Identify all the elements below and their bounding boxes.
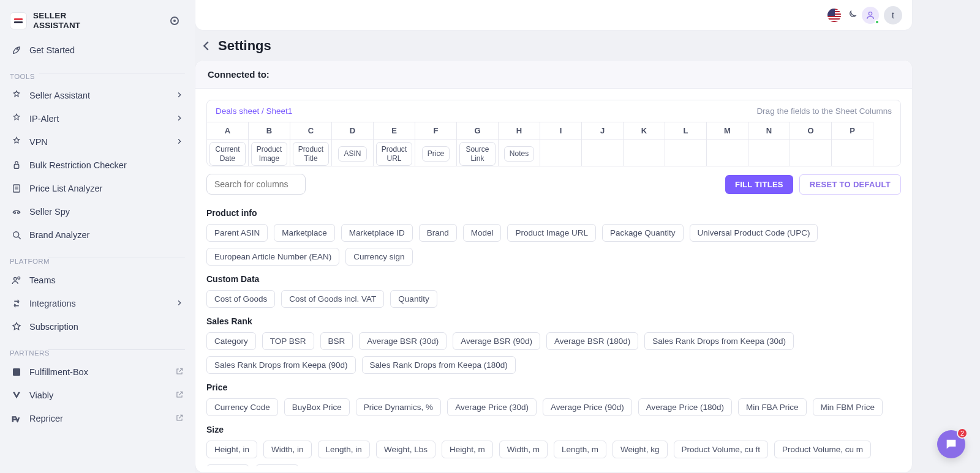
field-tag[interactable]: Sales Rank Drops from Keepa (180d) bbox=[362, 356, 516, 374]
field-tag[interactable]: Height, in bbox=[206, 441, 257, 458]
field-tag[interactable]: Marketplace bbox=[274, 224, 335, 242]
field-tag[interactable]: Category bbox=[206, 332, 256, 350]
account-icon[interactable] bbox=[862, 7, 879, 24]
sidebar-item-viably[interactable]: Viably bbox=[0, 384, 195, 407]
brand[interactable]: SELLER ASSISTANT bbox=[0, 6, 195, 39]
column-chip[interactable]: Current Date bbox=[209, 142, 246, 166]
sidebar-item-integrations[interactable]: Integrations bbox=[0, 292, 195, 315]
field-tag[interactable]: Product Volume, cu m bbox=[774, 441, 871, 458]
field-tag[interactable]: Average Price (30d) bbox=[447, 398, 537, 416]
column-header: C bbox=[290, 122, 332, 139]
fill-titles-button[interactable]: FILL TITLES bbox=[725, 175, 793, 194]
field-tag[interactable]: Parent ASIN bbox=[206, 224, 268, 242]
field-tag[interactable]: Average BSR (30d) bbox=[359, 332, 447, 350]
column-cell[interactable] bbox=[624, 139, 665, 166]
column-chip[interactable]: Product Image bbox=[251, 142, 287, 166]
column-chip[interactable]: Source Link bbox=[459, 142, 496, 166]
field-tag[interactable]: Cost of Goods incl. VAT bbox=[281, 290, 384, 308]
svg-line-8 bbox=[18, 237, 21, 239]
field-groups[interactable]: Product info Parent ASINMarketplaceMarke… bbox=[195, 197, 912, 466]
column-cell[interactable] bbox=[540, 139, 582, 166]
column-chip[interactable]: Price bbox=[422, 146, 450, 161]
field-tag[interactable]: Length, in bbox=[318, 441, 370, 458]
field-tag[interactable]: Width, in bbox=[263, 441, 312, 458]
column-cell[interactable] bbox=[832, 139, 873, 166]
search-columns-input[interactable] bbox=[206, 174, 306, 195]
chevron-right-icon bbox=[175, 114, 184, 124]
sheet-link[interactable]: Deals sheet / Sheet1 bbox=[216, 106, 292, 116]
sidebar-item-get-started[interactable]: Get Started bbox=[0, 39, 195, 62]
field-tag[interactable]: Average Price (180d) bbox=[638, 398, 732, 416]
user-avatar[interactable]: t bbox=[884, 6, 902, 24]
field-tag[interactable]: Package Quantity bbox=[602, 224, 684, 242]
field-tag[interactable]: Currency sign bbox=[345, 248, 412, 266]
sidebar-item-seller-assistant[interactable]: Seller Assistant bbox=[0, 84, 195, 107]
field-tag[interactable]: Width, m bbox=[499, 441, 548, 458]
field-tag[interactable]: Marketplace ID bbox=[341, 224, 413, 242]
column-cell[interactable]: ASIN bbox=[332, 139, 374, 166]
field-tag[interactable]: Average BSR (180d) bbox=[546, 332, 638, 350]
column-cell[interactable]: Notes bbox=[499, 139, 540, 166]
sidebar-item-seller-spy[interactable]: Seller Spy bbox=[0, 200, 195, 223]
sidebar-item-brand-analyzer[interactable]: Brand Analyzer bbox=[0, 223, 195, 247]
field-tag[interactable]: Length, m bbox=[554, 441, 606, 458]
field-tag[interactable]: Weight, Lbs bbox=[376, 441, 435, 458]
field-tag[interactable]: Average BSR (90d) bbox=[453, 332, 540, 350]
sidebar-item-repricer[interactable]: Fv Repricer bbox=[0, 407, 195, 430]
field-tag[interactable]: Currency Code bbox=[206, 398, 278, 416]
field-tag[interactable]: Model bbox=[463, 224, 502, 242]
back-button[interactable] bbox=[200, 39, 213, 53]
sidebar-item-fulfillment-box[interactable]: Fulfillment-Box bbox=[0, 360, 195, 384]
field-tag[interactable]: Cost of Goods bbox=[206, 290, 275, 308]
field-tag[interactable]: BSR bbox=[320, 332, 353, 350]
column-chip[interactable]: Product URL bbox=[376, 142, 412, 166]
chat-widget[interactable]: 2 bbox=[937, 430, 965, 458]
column-cell[interactable]: Product Image bbox=[249, 139, 290, 166]
column-cell[interactable] bbox=[665, 139, 707, 166]
column-cell[interactable]: Current Date bbox=[207, 139, 249, 166]
sidebar-item-teams[interactable]: Teams bbox=[0, 269, 195, 292]
field-tag[interactable]: Min FBM Price bbox=[813, 398, 883, 416]
field-tag[interactable]: Min FBA Price bbox=[738, 398, 807, 416]
column-cell[interactable] bbox=[582, 139, 624, 166]
column-chip[interactable]: ASIN bbox=[338, 146, 366, 161]
field-tag[interactable]: European Article Number (EAN) bbox=[206, 248, 339, 266]
column-cell[interactable] bbox=[748, 139, 790, 166]
svg-text:Fv: Fv bbox=[12, 415, 20, 423]
theme-toggle-icon[interactable] bbox=[846, 10, 857, 21]
columns-scroll[interactable]: ABCDEFGHIJKLMNOPCurrent DateProduct Imag… bbox=[207, 122, 900, 166]
column-cell[interactable] bbox=[790, 139, 832, 166]
field-tag[interactable]: Average Price (90d) bbox=[543, 398, 632, 416]
field-tag[interactable]: BuyBox Price bbox=[284, 398, 350, 416]
field-tag[interactable]: Brand bbox=[419, 224, 457, 242]
field-tag[interactable]: Quantity bbox=[390, 290, 437, 308]
field-tag[interactable]: Weight, kg bbox=[612, 441, 668, 458]
field-tag[interactable]: Height, m bbox=[442, 441, 493, 458]
field-tag[interactable]: Price Dynamics, % bbox=[356, 398, 441, 416]
platform-icon bbox=[11, 321, 22, 332]
column-cell[interactable] bbox=[707, 139, 748, 166]
sidebar-item-ip-alert[interactable]: IP-Alert bbox=[0, 107, 195, 130]
field-tag[interactable]: Size, in bbox=[206, 464, 249, 466]
column-cell[interactable]: Source Link bbox=[457, 139, 499, 166]
column-chip[interactable]: Product Title bbox=[293, 142, 329, 166]
sidebar-item-subscription[interactable]: Subscription bbox=[0, 315, 195, 338]
sidebar-item-bulk-restriction-checker[interactable]: Bulk Restriction Checker bbox=[0, 154, 195, 177]
reset-to-default-button[interactable]: RESET TO DEFAULT bbox=[799, 174, 901, 195]
target-icon[interactable] bbox=[170, 17, 179, 25]
column-chip[interactable]: Notes bbox=[504, 146, 534, 161]
field-tag[interactable]: TOP BSR bbox=[262, 332, 314, 350]
field-tag[interactable]: Size, m bbox=[255, 464, 299, 466]
column-cell[interactable]: Product URL bbox=[374, 139, 415, 166]
flag-us-icon[interactable] bbox=[827, 9, 841, 22]
sidebar-item-price-list-analyzer[interactable]: Price List Analyzer bbox=[0, 177, 195, 200]
column-cell[interactable]: Product Title bbox=[290, 139, 332, 166]
sidebar-item-label: VPN bbox=[29, 137, 48, 147]
column-cell[interactable]: Price bbox=[415, 139, 457, 166]
field-tag[interactable]: Sales Rank Drops from Keepa (90d) bbox=[206, 356, 356, 374]
sidebar-item-vpn[interactable]: VPN bbox=[0, 130, 195, 154]
field-tag[interactable]: Product Volume, cu ft bbox=[674, 441, 768, 458]
field-tag[interactable]: Sales Rank Drops from Keepa (30d) bbox=[644, 332, 794, 350]
field-tag[interactable]: Universal Product Code (UPC) bbox=[690, 224, 818, 242]
field-tag[interactable]: Product Image URL bbox=[507, 224, 596, 242]
